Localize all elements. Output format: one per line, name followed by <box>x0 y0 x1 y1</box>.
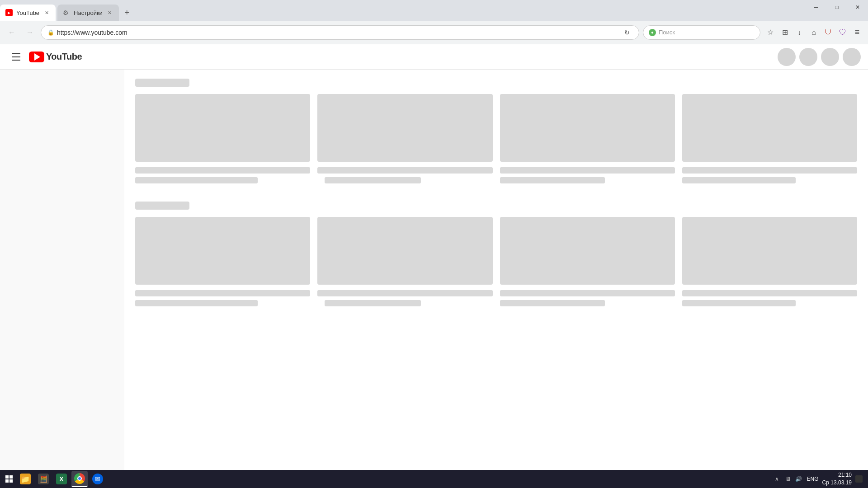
main-layout <box>0 70 868 470</box>
content-area <box>124 70 868 470</box>
avatar-3[interactable] <box>821 48 839 66</box>
meta-line-1-1-4 <box>682 167 857 174</box>
address-input[interactable]: 🔒 https://www.youtube.com ↻ <box>41 25 639 40</box>
close-button[interactable]: ✕ <box>847 0 868 14</box>
section-1-title-skeleton <box>135 79 189 87</box>
meta-line-2-1-2 <box>317 290 492 296</box>
chrome-icon <box>74 473 85 484</box>
reader-view-icon[interactable]: ⊞ <box>778 26 791 39</box>
taskbar-calculator[interactable]: 🧮 <box>35 471 52 487</box>
youtube-play-icon <box>34 53 40 61</box>
minimize-button[interactable]: ─ <box>806 0 826 14</box>
video-thumbnail-2-2[interactable] <box>317 217 492 285</box>
calculator-icon: 🧮 <box>38 474 49 484</box>
excel-icon: X <box>56 474 67 484</box>
settings-tab-label: Настройки <box>74 9 103 16</box>
bookmark-icon[interactable]: ☆ <box>764 26 777 39</box>
tray-arrow-icon[interactable]: ∧ <box>773 474 782 483</box>
start-icon <box>5 475 13 483</box>
meta-line-2-2-2 <box>325 300 421 306</box>
new-tab-button[interactable]: + <box>121 6 133 19</box>
avatar-2[interactable] <box>799 48 817 66</box>
header-right-icons <box>778 48 861 66</box>
meta-row-1-2 <box>135 177 857 183</box>
reload-button[interactable]: ↻ <box>622 27 632 38</box>
tray-volume-icon[interactable]: 🔊 <box>794 474 803 483</box>
avatar-4[interactable] <box>843 48 861 66</box>
taskbar-thunderbird[interactable]: ✉ <box>90 471 106 487</box>
search-box[interactable]: ● Поиск <box>643 25 760 40</box>
thunderbird-icon: ✉ <box>92 474 103 484</box>
back-button[interactable]: ← <box>5 25 19 40</box>
maximize-button[interactable]: □ <box>826 0 847 14</box>
settings-tab-close[interactable]: ✕ <box>106 9 113 16</box>
video-thumbnail-1-2[interactable] <box>317 94 492 162</box>
section-2-title-skeleton <box>135 202 189 210</box>
clock-time: 21:10 <box>822 471 852 479</box>
meta-line-1-1-2 <box>317 167 492 174</box>
meta-row-2-2 <box>135 300 857 306</box>
meta-line-2-2-4 <box>682 300 796 306</box>
hamburger-icon <box>12 53 20 61</box>
video-thumbnail-1-1[interactable] <box>135 94 310 162</box>
tab-settings[interactable]: ⚙ Настройки ✕ <box>57 5 119 21</box>
video-thumbnail-2-3[interactable] <box>500 217 675 285</box>
avatar-1[interactable] <box>778 48 796 66</box>
download-icon[interactable]: ↓ <box>793 26 806 39</box>
youtube-tab-label: YouTube <box>16 9 39 16</box>
taskbar: 📁 🧮 X ✉ ∧ 🖥 🔊 ENG 21:10 Ср 13.03.19 <box>0 470 868 488</box>
tab-youtube[interactable]: ▶ YouTube ✕ <box>0 5 56 21</box>
lock-icon: 🔒 <box>47 29 54 36</box>
tray-monitor-icon[interactable]: 🖥 <box>783 474 793 483</box>
youtube-logo[interactable]: YouTube <box>29 52 82 62</box>
meta-row-1-1 <box>135 167 857 174</box>
notification-icon[interactable] <box>855 475 863 483</box>
meta-line-2-1-3 <box>500 290 675 296</box>
search-placeholder: Поиск <box>659 29 675 36</box>
meta-line-1-2-4 <box>682 177 796 183</box>
youtube-logo-icon <box>29 52 44 62</box>
video-thumbnail-1-4[interactable] <box>682 94 857 162</box>
browser-menu-icon[interactable]: ≡ <box>851 26 863 39</box>
meta-line-1-1-1 <box>135 167 310 174</box>
video-thumbnail-2-4[interactable] <box>682 217 857 285</box>
taskbar-explorer[interactable]: 📁 <box>17 471 33 487</box>
toolbar-icons: ☆ ⊞ ↓ ⌂ 🛡 🛡 ≡ <box>764 26 863 39</box>
meta-line-1-1-3 <box>500 167 675 174</box>
section-2 <box>135 202 857 306</box>
meta-line-1-2-2 <box>325 177 421 183</box>
meta-line-1-2-3 <box>500 177 605 183</box>
youtube-tab-favicon: ▶ <box>5 9 13 16</box>
video-grid-2 <box>135 217 857 285</box>
shield-purple-icon[interactable]: 🛡 <box>836 26 849 39</box>
youtube-header: YouTube <box>0 44 868 70</box>
shield-red-icon[interactable]: 🛡 <box>822 26 835 39</box>
meta-line-2-1-1 <box>135 290 310 296</box>
language-indicator[interactable]: ENG <box>807 476 819 482</box>
video-thumbnail-1-3[interactable] <box>500 94 675 162</box>
hamburger-menu-button[interactable] <box>7 48 25 66</box>
video-thumbnail-2-1[interactable] <box>135 217 310 285</box>
taskbar-excel[interactable]: X <box>53 471 70 487</box>
explorer-icon: 📁 <box>20 474 31 484</box>
url-text: https://www.youtube.com <box>57 29 619 36</box>
clock-date: Ср 13.03.19 <box>822 479 852 487</box>
meta-line-2-1-4 <box>682 290 857 296</box>
system-tray: ∧ 🖥 🔊 <box>773 474 803 483</box>
youtube-logo-text: YouTube <box>46 52 82 62</box>
sidebar <box>0 70 124 470</box>
meta-line-1-2-1 <box>135 177 258 183</box>
address-bar: ← → 🔒 https://www.youtube.com ↻ ● Поиск … <box>0 21 868 44</box>
start-button[interactable] <box>3 471 15 487</box>
forward-button[interactable]: → <box>23 25 37 40</box>
meta-line-2-2-3 <box>500 300 605 306</box>
system-clock[interactable]: 21:10 Ср 13.03.19 <box>822 471 852 487</box>
youtube-tab-close[interactable]: ✕ <box>43 9 50 16</box>
search-engine-icon: ● <box>649 29 656 36</box>
section-1 <box>135 79 857 183</box>
title-bar: ▶ YouTube ✕ ⚙ Настройки ✕ + ─ □ ✕ <box>0 0 868 21</box>
taskbar-chrome[interactable] <box>71 471 88 487</box>
meta-line-2-2-1 <box>135 300 258 306</box>
meta-row-2-1 <box>135 290 857 296</box>
home-icon[interactable]: ⌂ <box>807 26 820 39</box>
